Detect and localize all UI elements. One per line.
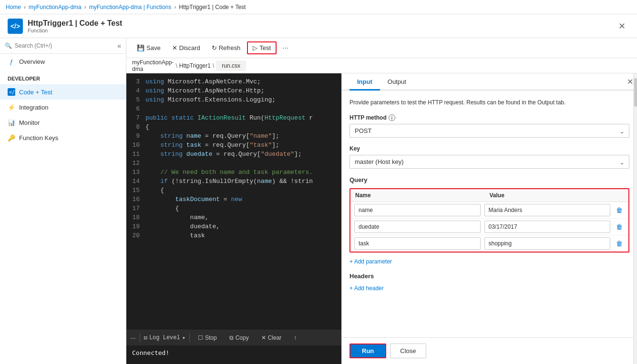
http-method-select[interactable]: POST GET PUT DELETE <box>349 124 629 138</box>
save-button[interactable]: 💾 Save <box>132 42 165 53</box>
sidebar-item-integration[interactable]: ⚡ Integration <box>0 100 126 115</box>
svg-text:</>: </> <box>9 90 15 95</box>
function-keys-icon: 🔑 <box>8 134 15 142</box>
code-line: 3 using Microsoft.AspNetCore.Mvc; <box>126 77 341 86</box>
panel-content: Provide parameters to test the HTTP requ… <box>342 91 637 337</box>
sidebar-item-function-keys[interactable]: 🔑 Function Keys <box>0 130 126 145</box>
sidebar-item-label-function-keys: Function Keys <box>19 134 58 142</box>
query-name-input-2[interactable] <box>354 237 481 250</box>
sidebar-search-container: 🔍 « <box>0 38 126 54</box>
stop-label: Stop <box>205 334 217 341</box>
clear-label: Clear <box>268 334 282 341</box>
refresh-label: Refresh <box>219 44 241 51</box>
close-button[interactable]: Close <box>390 344 426 358</box>
code-line: 8 { <box>126 122 341 131</box>
log-expand-button[interactable]: ↑ <box>289 333 301 343</box>
breadcrumb-app2[interactable]: myFunctionApp-dma | Functions <box>89 4 172 10</box>
clear-button[interactable]: ✕ Clear <box>257 333 286 343</box>
code-line: 15 { <box>126 186 341 195</box>
sidebar-item-label-code-test: Code + Test <box>19 89 52 96</box>
discard-button[interactable]: ✕ Discard <box>167 42 205 53</box>
key-label: Key <box>349 145 629 152</box>
query-table: Name Value 🗑 🗑 <box>349 188 629 253</box>
editor-panel: 3 using Microsoft.AspNetCore.Mvc; 4 usin… <box>126 73 637 364</box>
log-level-filter[interactable]: ⊟ Log Level ▾ <box>144 334 185 342</box>
breadcrumb-bar: Home › myFunctionApp-dma › myFunctionApp… <box>0 0 637 14</box>
query-value-header: Value <box>490 192 624 199</box>
code-line: 7 public static IActionResult Run(HttpRe… <box>126 113 341 122</box>
filename-tab: run.csx <box>216 61 246 71</box>
app-icon: </> <box>8 19 23 34</box>
breadcrumb-trigger-name: HttpTrigger1 <box>179 62 211 69</box>
discard-icon: ✕ <box>172 44 177 51</box>
page-subtitle: Function <box>28 28 122 33</box>
panel-description: Provide parameters to test the HTTP requ… <box>349 98 629 107</box>
delete-row-0-button[interactable]: 🗑 <box>614 205 625 215</box>
integration-icon: ⚡ <box>8 103 15 111</box>
sidebar-item-code-test[interactable]: </> Code + Test <box>0 84 126 100</box>
test-panel: ✕ Input Output Provide parameters to tes… <box>341 73 637 364</box>
breadcrumb-app1[interactable]: myFunctionApp-dma <box>29 4 82 10</box>
log-more-button[interactable]: ··· <box>130 334 136 342</box>
connected-message: Connected! <box>132 349 169 356</box>
copy-label: Copy <box>236 334 249 341</box>
run-button[interactable]: Run <box>349 344 386 358</box>
save-icon: 💾 <box>137 44 144 51</box>
right-panel-scrollbar[interactable] <box>633 73 637 364</box>
test-icon: ▷ <box>253 44 257 51</box>
copy-icon: ⧉ <box>229 334 234 341</box>
refresh-button[interactable]: ↻ Refresh <box>207 42 246 53</box>
breadcrumb-app-name: myFunctionApp- dma <box>132 59 174 72</box>
log-toolbar: ··· ⊟ Log Level ▾ ☐ Stop <box>126 330 341 345</box>
http-method-info-icon[interactable]: i <box>389 114 395 121</box>
panel-tabs: Input Output <box>342 73 637 91</box>
collapse-sidebar-button[interactable]: « <box>117 42 121 50</box>
key-select[interactable]: master (Host key) default (Function key) <box>349 155 629 169</box>
query-name-input-1[interactable] <box>354 221 481 233</box>
query-value-input-1[interactable] <box>484 221 611 233</box>
code-line: 19 duedate, <box>126 222 341 231</box>
copy-button[interactable]: ⧉ Copy <box>225 333 253 343</box>
sidebar-item-label-monitor: Monitor <box>19 119 40 126</box>
code-line: 11 string duedate = req.Query["duedate"]… <box>126 150 341 159</box>
add-parameter-button[interactable]: + Add parameter <box>349 258 392 265</box>
panel-close-button[interactable]: ✕ <box>627 77 633 86</box>
query-row: 🗑 <box>350 219 628 235</box>
chevron-down-icon: ▾ <box>182 334 185 342</box>
breadcrumb-current: HttpTrigger1 | Code + Test <box>179 4 246 10</box>
monitor-icon: 📊 <box>8 119 15 126</box>
breadcrumb-home[interactable]: Home <box>6 4 21 10</box>
tab-output[interactable]: Output <box>380 73 414 91</box>
page-title: HttpTrigger1 | Code + Test <box>28 19 122 28</box>
code-line: 10 string task = req.Query["task"]; <box>126 141 341 150</box>
code-line: 18 name, <box>126 213 341 222</box>
sidebar: 🔍 « ƒ Overview Developer </> Code + Test… <box>0 38 126 364</box>
stop-checkbox-icon: ☐ <box>198 334 203 341</box>
http-method-label: HTTP method i <box>349 114 629 121</box>
test-button[interactable]: ▷ Test <box>247 41 277 54</box>
developer-section-label: Developer <box>0 69 126 84</box>
toolbar-more-button[interactable]: ··· <box>278 42 292 54</box>
stop-button[interactable]: ☐ Stop <box>194 333 221 343</box>
scrollbar-thumb <box>634 78 637 107</box>
key-wrapper: master (Host key) default (Function key) <box>349 155 629 169</box>
title-bar: </> HttpTrigger1 | Code + Test Function … <box>0 14 637 38</box>
delete-row-1-button[interactable]: 🗑 <box>614 222 625 232</box>
search-input[interactable] <box>15 42 114 49</box>
add-header-button[interactable]: + Add header <box>349 285 384 292</box>
delete-row-2-button[interactable]: 🗑 <box>614 239 625 248</box>
editor-toolbar: 💾 Save ✕ Discard ↻ Refresh ▷ Test ··· <box>126 38 637 58</box>
sidebar-item-monitor[interactable]: 📊 Monitor <box>0 115 126 130</box>
code-line: 5 using Microsoft.Extensions.Logging; <box>126 95 341 104</box>
sidebar-item-overview[interactable]: ƒ Overview <box>0 54 126 69</box>
panel-footer: Run Close <box>342 337 637 364</box>
query-row: 🗑 <box>350 235 628 252</box>
title-close-button[interactable]: ✕ <box>615 19 629 33</box>
tab-input[interactable]: Input <box>349 73 380 91</box>
query-value-input-0[interactable] <box>484 204 611 216</box>
query-name-input-0[interactable] <box>354 204 481 216</box>
save-label: Save <box>146 44 161 51</box>
code-line: 16 taskDocument = new <box>126 195 341 204</box>
code-editor[interactable]: 3 using Microsoft.AspNetCore.Mvc; 4 usin… <box>126 73 341 364</box>
query-value-input-2[interactable] <box>484 237 611 250</box>
